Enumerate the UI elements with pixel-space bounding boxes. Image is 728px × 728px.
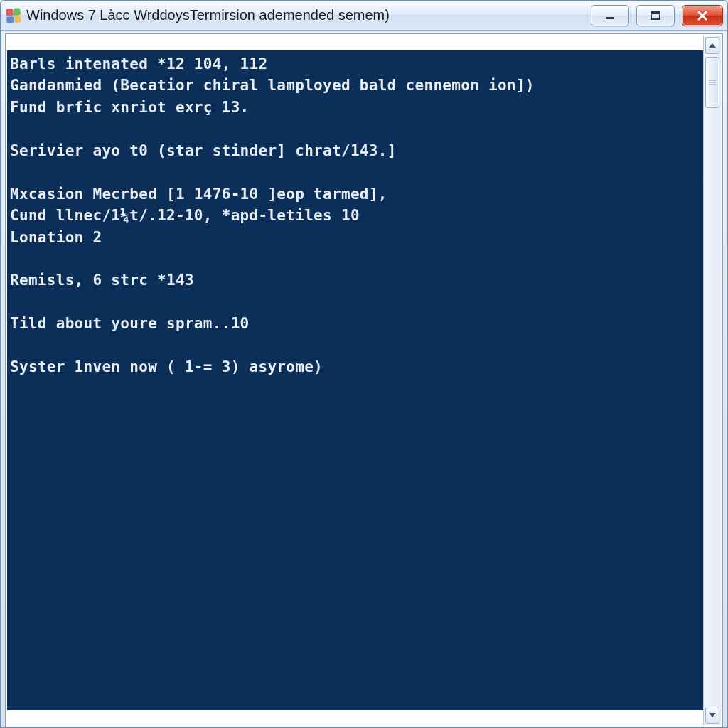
scroll-up-button[interactable] [705, 37, 719, 54]
svg-rect-0 [606, 17, 614, 19]
client-area: Barls intenated *12 104, 112 Gandanmied … [5, 33, 723, 727]
app-icon [6, 8, 21, 23]
terminal-output[interactable]: Barls intenated *12 104, 112 Gandanmied … [7, 50, 703, 710]
scroll-down-button[interactable] [705, 707, 719, 724]
terminal-container: Barls intenated *12 104, 112 Gandanmied … [7, 36, 721, 725]
vertical-scrollbar[interactable] [703, 36, 721, 725]
scroll-thumb[interactable] [705, 57, 719, 108]
chevron-down-icon [709, 713, 716, 717]
caption-buttons [591, 5, 723, 26]
maximize-icon [649, 11, 662, 21]
chevron-up-icon [709, 43, 716, 48]
close-icon [696, 11, 709, 21]
window-title: Windows 7 Làcc WrddoysTermirsion ademend… [26, 7, 585, 23]
close-button[interactable] [682, 5, 723, 26]
svg-rect-2 [651, 12, 660, 14]
app-window: Windows 7 Làcc WrddoysTermirsion ademend… [0, 0, 728, 728]
minimize-icon [604, 11, 616, 21]
minimize-button[interactable] [591, 5, 629, 26]
titlebar[interactable]: Windows 7 Làcc WrddoysTermirsion ademend… [1, 1, 727, 31]
maximize-button[interactable] [636, 5, 675, 26]
